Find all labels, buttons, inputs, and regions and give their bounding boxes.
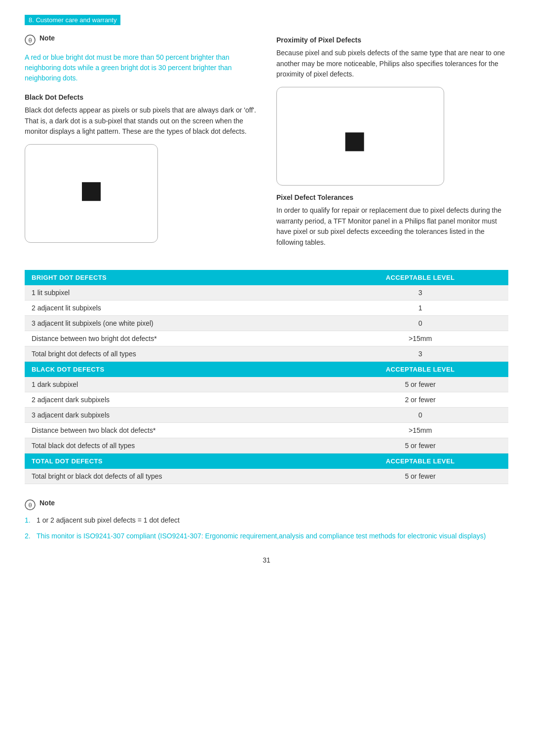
note-icon: θ bbox=[25, 35, 36, 45]
row-label: 2 adjacent dark subpixels bbox=[25, 392, 332, 407]
table-row: Total bright or black dot defects of all… bbox=[25, 469, 508, 484]
row-label: 2 adjacent lit subpixels bbox=[25, 300, 332, 315]
row-value: 0 bbox=[332, 315, 508, 331]
proximity-diagram bbox=[276, 87, 444, 186]
row-value: 5 or fewer bbox=[332, 438, 508, 453]
row-value: 5 or fewer bbox=[332, 377, 508, 392]
svg-text:θ: θ bbox=[28, 501, 32, 508]
page-number: 31 bbox=[25, 556, 508, 564]
table-header-0: BRIGHT DOT DEFECTSACCEPTABLE LEVEL bbox=[25, 270, 508, 285]
pixel-defect-body: In order to qualify for repair or replac… bbox=[276, 205, 508, 248]
note-label-top: Note bbox=[39, 34, 55, 42]
left-column: θ Note A red or blue bright dot must be … bbox=[25, 34, 257, 255]
note-text: This monitor is ISO9241-307 compliant (I… bbox=[37, 532, 486, 540]
row-label: 3 adjacent lit subpixels (one white pixe… bbox=[25, 315, 332, 331]
bottom-note-block: θ Note bbox=[25, 499, 508, 510]
black-dot-diagram bbox=[25, 144, 158, 243]
table-row: 2 adjacent lit subpixels1 bbox=[25, 300, 508, 315]
black-square-right bbox=[345, 132, 364, 151]
row-label: Total black dot defects of all types bbox=[25, 438, 332, 453]
note-list-item: 1.1 or 2 adjacent sub pixel defects = 1 … bbox=[25, 515, 508, 526]
table-row: 2 adjacent dark subpixels2 or fewer bbox=[25, 392, 508, 407]
row-label: Total bright or black dot defects of all… bbox=[25, 469, 332, 484]
note-block-top: θ Note bbox=[25, 34, 257, 45]
table-row: Total bright dot defects of all types3 bbox=[25, 346, 508, 361]
row-value: 1 bbox=[332, 300, 508, 315]
note-list-item: 2.This monitor is ISO9241-307 compliant … bbox=[25, 531, 508, 542]
row-value: >15mm bbox=[332, 422, 508, 438]
proximity-body: Because pixel and sub pixels defects of … bbox=[276, 48, 508, 80]
row-value: >15mm bbox=[332, 331, 508, 346]
table-row: 1 dark subpixel5 or fewer bbox=[25, 377, 508, 392]
header-left-2: TOTAL DOT DEFECTS bbox=[25, 453, 332, 469]
defects-table: BRIGHT DOT DEFECTSACCEPTABLE LEVEL1 lit … bbox=[25, 270, 508, 484]
row-label: 1 dark subpixel bbox=[25, 377, 332, 392]
breadcrumb: 8. Customer care and warranty bbox=[25, 15, 120, 25]
table-row: Distance between two black dot defects*>… bbox=[25, 422, 508, 438]
row-label: 3 adjacent dark subpixels bbox=[25, 407, 332, 422]
table-row: Distance between two bright dot defects*… bbox=[25, 331, 508, 346]
bottom-note: θ Note 1.1 or 2 adjacent sub pixel defec… bbox=[25, 499, 508, 541]
right-column: Proximity of Pixel Defects Because pixel… bbox=[276, 34, 508, 255]
row-label: Total bright dot defects of all types bbox=[25, 346, 332, 361]
row-value: 2 or fewer bbox=[332, 392, 508, 407]
row-value: 3 bbox=[332, 346, 508, 361]
note-text: 1 or 2 adjacent sub pixel defects = 1 do… bbox=[37, 516, 180, 524]
note-number: 2. bbox=[25, 531, 31, 542]
row-value: 3 bbox=[332, 285, 508, 301]
pixel-defect-heading: Pixel Defect Tolerances bbox=[276, 193, 508, 201]
header-left-0: BRIGHT DOT DEFECTS bbox=[25, 270, 332, 285]
row-label: Distance between two black dot defects* bbox=[25, 422, 332, 438]
page: 8. Customer care and warranty θ Note A r… bbox=[0, 0, 533, 756]
table-row: 1 lit subpixel3 bbox=[25, 285, 508, 301]
note-text-top: A red or blue bright dot must be more th… bbox=[25, 52, 257, 83]
proximity-heading: Proximity of Pixel Defects bbox=[276, 36, 508, 44]
row-value: 5 or fewer bbox=[332, 469, 508, 484]
header-right-1: ACCEPTABLE LEVEL bbox=[332, 361, 508, 377]
svg-text:θ: θ bbox=[28, 37, 32, 44]
note-list: 1.1 or 2 adjacent sub pixel defects = 1 … bbox=[25, 515, 508, 541]
table-row: 3 adjacent dark subpixels0 bbox=[25, 407, 508, 422]
bottom-note-label: Note bbox=[39, 499, 55, 507]
table-row: Total black dot defects of all types5 or… bbox=[25, 438, 508, 453]
two-column-layout: θ Note A red or blue bright dot must be … bbox=[25, 34, 508, 255]
table-header-1: BLACK DOT DEFECTSACCEPTABLE LEVEL bbox=[25, 361, 508, 377]
black-dot-heading: Black Dot Defects bbox=[25, 93, 257, 101]
header-right-2: ACCEPTABLE LEVEL bbox=[332, 453, 508, 469]
black-dot-body: Black dot defects appear as pixels or su… bbox=[25, 105, 257, 137]
table-row: 3 adjacent lit subpixels (one white pixe… bbox=[25, 315, 508, 331]
row-label: Distance between two bright dot defects* bbox=[25, 331, 332, 346]
row-label: 1 lit subpixel bbox=[25, 285, 332, 301]
header-left-1: BLACK DOT DEFECTS bbox=[25, 361, 332, 377]
header-right-0: ACCEPTABLE LEVEL bbox=[332, 270, 508, 285]
row-value: 0 bbox=[332, 407, 508, 422]
note-number: 1. bbox=[25, 515, 31, 526]
black-square-left bbox=[82, 182, 101, 201]
table-header-2: TOTAL DOT DEFECTSACCEPTABLE LEVEL bbox=[25, 453, 508, 469]
bottom-note-icon: θ bbox=[25, 499, 36, 510]
